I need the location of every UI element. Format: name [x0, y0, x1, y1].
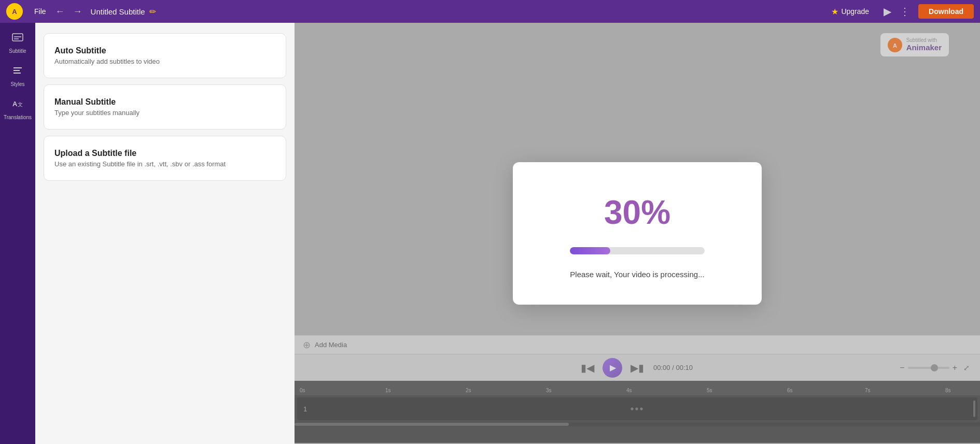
auto-subtitle-desc: Automatically add subtitles to video: [54, 58, 275, 65]
preview-icon[interactable]: ▶: [884, 5, 891, 18]
topbar: A File ← → Untitled Subtitle ✏ ★ Upgrade…: [0, 0, 980, 23]
upload-subtitle-card[interactable]: Upload a Subtitle file Use an existing S…: [44, 136, 286, 181]
progress-bar-fill: [570, 247, 610, 254]
svg-rect-2: [12, 34, 23, 41]
icon-sidebar: Subtitle Styles A 文 Translations: [0, 23, 35, 444]
processing-modal: 30% Please wait, Your video is processin…: [513, 162, 762, 305]
svg-text:A: A: [12, 8, 17, 16]
upgrade-label: Upgrade: [841, 7, 869, 16]
modal-overlay: 30% Please wait, Your video is processin…: [295, 23, 980, 444]
document-title: Untitled Subtitle: [91, 7, 145, 16]
svg-text:A: A: [12, 100, 18, 108]
rename-icon[interactable]: ✏: [149, 7, 156, 17]
sidebar-translations-label: Translations: [4, 114, 32, 120]
main-layout: Subtitle Styles A 文 Translations: [0, 23, 980, 444]
video-preview: A Subtitled with Animaker 30% Please wai…: [295, 23, 980, 444]
undo-button[interactable]: ←: [51, 4, 69, 19]
redo-button[interactable]: →: [69, 4, 87, 19]
upload-subtitle-desc: Use an existing Subtitle file in .srt, .…: [54, 160, 275, 168]
translations-icon: A 文: [11, 97, 24, 113]
sidebar-item-translations[interactable]: A 文 Translations: [2, 93, 33, 124]
sidebar-item-subtitle[interactable]: Subtitle: [2, 27, 33, 58]
download-button[interactable]: Download: [918, 4, 974, 19]
video-area: A Subtitled with Animaker 30% Please wai…: [295, 23, 980, 444]
progress-bar-background: [570, 247, 705, 254]
processing-status-text: Please wait, Your video is processing...: [570, 270, 704, 279]
upload-subtitle-title: Upload a Subtitle file: [54, 149, 275, 158]
options-panel: Auto Subtitle Automatically add subtitle…: [35, 23, 295, 444]
svg-text:文: 文: [18, 102, 23, 107]
upgrade-button[interactable]: ★ Upgrade: [831, 7, 869, 17]
share-icon[interactable]: ⋮: [900, 5, 910, 18]
file-menu[interactable]: File: [29, 5, 51, 18]
auto-subtitle-card[interactable]: Auto Subtitle Automatically add subtitle…: [44, 33, 286, 78]
progress-percent: 30%: [604, 193, 670, 232]
star-icon: ★: [831, 7, 838, 17]
sidebar-subtitle-label: Subtitle: [9, 48, 26, 54]
auto-subtitle-title: Auto Subtitle: [54, 46, 275, 55]
sidebar-item-styles[interactable]: Styles: [2, 60, 33, 91]
subtitle-icon: [11, 31, 24, 47]
manual-subtitle-desc: Type your subtitles manually: [54, 109, 275, 117]
manual-subtitle-card[interactable]: Manual Subtitle Type your subtitles manu…: [44, 84, 286, 130]
sidebar-styles-label: Styles: [10, 81, 24, 87]
manual-subtitle-title: Manual Subtitle: [54, 97, 275, 107]
app-logo: A: [6, 3, 23, 20]
styles-icon: [11, 64, 24, 80]
